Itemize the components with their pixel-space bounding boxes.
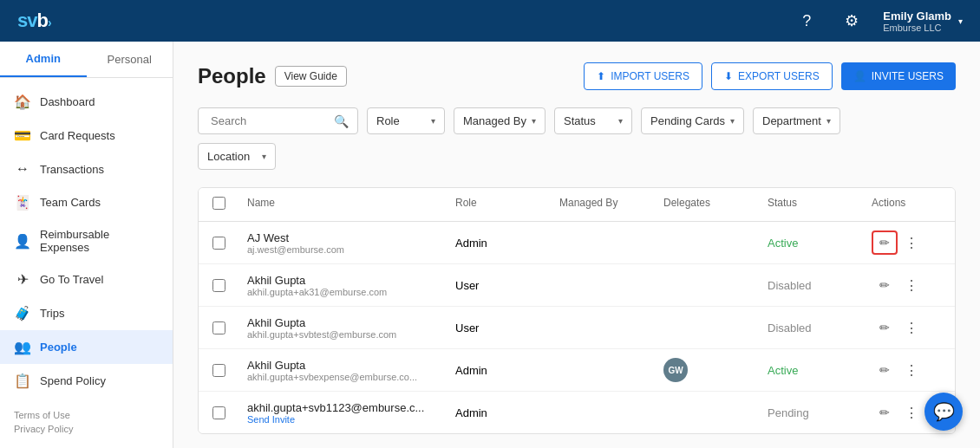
edit-button[interactable]: ✏ [872, 400, 898, 425]
pending-cards-arrow: ▾ [730, 116, 735, 126]
edit-icon: ✏ [879, 278, 890, 292]
user-name-cell: akhil.gupta+svb1123@emburse.c... Send In… [247, 401, 455, 425]
more-icon: ⋮ [905, 405, 918, 421]
more-actions-button[interactable]: ⋮ [901, 358, 922, 382]
team-cards-icon: 🃏 [14, 194, 31, 211]
search-icon: 🔍 [334, 114, 349, 128]
import-users-button[interactable]: ⬆ IMPORT USERS [584, 62, 702, 90]
import-icon: ⬆ [597, 70, 605, 82]
user-email: akhil.gupta+svbexpense@emburse.co... [247, 372, 455, 382]
more-actions-button[interactable]: ⋮ [901, 230, 922, 255]
table-row: AJ West aj.west@emburse.com Admin Active… [199, 222, 955, 264]
sidebar-item-dashboard[interactable]: 🏠 Dashboard [0, 85, 173, 119]
col-name: Name [247, 197, 455, 212]
more-actions-button[interactable]: ⋮ [901, 273, 922, 297]
user-full-name: akhil.gupta+svb1123@emburse.c... [247, 401, 455, 414]
help-button[interactable]: ? [793, 7, 820, 35]
sidebar-label-card-requests: Card Requests [40, 129, 115, 142]
svb-logo: svb› [17, 10, 51, 32]
edit-button[interactable]: ✏ [872, 273, 898, 297]
col-status: Status [768, 197, 872, 212]
location-filter[interactable]: Location ▾ [198, 143, 276, 170]
user-delegates: GW [663, 358, 768, 382]
nav-left: svb› [17, 10, 51, 32]
people-table: Name Role Managed By Delegates Status Ac… [198, 187, 956, 434]
edit-icon: ✏ [879, 363, 890, 377]
pending-cards-filter[interactable]: Pending Cards ▾ [641, 107, 744, 134]
more-icon: ⋮ [905, 277, 918, 294]
settings-button[interactable]: ⚙ [838, 7, 866, 35]
col-actions: Actions [872, 197, 941, 212]
status-filter[interactable]: Status ▾ [554, 107, 632, 134]
department-label: Department [762, 114, 821, 127]
user-menu[interactable]: Emily Glamb Emburse LLC ▾ [883, 10, 963, 33]
sidebar-item-people[interactable]: 👥 People [0, 330, 173, 364]
export-users-button[interactable]: ⬇ EXPORT USERS [711, 62, 833, 90]
sidebar-item-transactions[interactable]: ↔ Transactions [0, 153, 173, 185]
user-role: User [455, 279, 559, 292]
search-box[interactable]: 🔍 [198, 107, 358, 134]
sidebar-item-go-to-travel[interactable]: ✈ Go To Travel [0, 263, 173, 296]
sidebar-item-spend-policy[interactable]: 📋 Spend Policy [0, 364, 173, 398]
status-badge: Pending [768, 406, 872, 419]
settings-icon: ⚙ [845, 11, 859, 30]
send-invite-link[interactable]: Send Invite [247, 414, 455, 425]
select-all-checkbox[interactable] [212, 197, 225, 210]
chat-icon: 💬 [933, 401, 955, 422]
edit-button[interactable]: ✏ [872, 358, 898, 382]
status-badge: Active [768, 237, 872, 250]
managed-by-label: Managed By [463, 114, 526, 127]
status-label: Status [564, 114, 596, 127]
sidebar-item-team-cards[interactable]: 🃏 Team Cards [0, 185, 173, 219]
privacy-link[interactable]: Privacy Policy [14, 424, 159, 434]
table-header: Name Role Managed By Delegates Status Ac… [199, 188, 955, 222]
user-name: Emily Glamb [883, 10, 951, 23]
sidebar-item-reimbursable-expenses[interactable]: 👤 Reimbursable Expenses [0, 219, 173, 263]
row-checkbox[interactable] [212, 321, 225, 334]
sidebar-label-trips: Trips [40, 307, 64, 320]
terms-link[interactable]: Terms of Use [14, 410, 159, 420]
select-all-cell[interactable] [212, 197, 247, 212]
chat-fab[interactable]: 💬 [924, 393, 963, 431]
nav-right: ? ⚙ Emily Glamb Emburse LLC ▾ [793, 7, 963, 35]
user-role: User [455, 321, 559, 334]
more-actions-button[interactable]: ⋮ [901, 400, 922, 425]
user-email: akhil.gupta+svbtest@emburse.com [247, 329, 455, 340]
user-full-name: AJ West [247, 231, 455, 244]
tab-admin[interactable]: Admin [0, 42, 87, 77]
view-guide-button[interactable]: View Guide [275, 66, 347, 87]
actions-cell: ✏ ⋮ [872, 358, 941, 382]
pending-cards-label: Pending Cards [650, 114, 725, 127]
role-filter[interactable]: Role ▾ [367, 107, 445, 134]
col-role: Role [455, 197, 559, 212]
row-checkbox-cell [212, 364, 247, 377]
tab-personal[interactable]: Personal [87, 42, 173, 77]
col-delegates: Delegates [663, 197, 768, 212]
filters-row-1: 🔍 Role ▾ Managed By ▾ Status ▾ Pending C… [198, 107, 956, 134]
row-checkbox[interactable] [212, 364, 225, 377]
user-role: Admin [455, 364, 559, 377]
invite-users-button[interactable]: 👤 INVITE USERS [841, 62, 956, 90]
sidebar-footer: Terms of Use Privacy Policy [0, 399, 173, 448]
managed-by-arrow: ▾ [532, 116, 536, 126]
sidebar-item-trips[interactable]: 🧳 Trips [0, 296, 173, 330]
sidebar-item-card-requests[interactable]: 💳 Card Requests [0, 119, 173, 153]
page-title-area: People View Guide [198, 64, 347, 88]
sidebar-nav: 🏠 Dashboard 💳 Card Requests ↔ Transactio… [0, 78, 173, 399]
row-checkbox[interactable] [212, 279, 225, 292]
app-body: Admin Personal 🏠 Dashboard 💳 Card Reques… [0, 42, 980, 448]
user-role: Admin [455, 237, 559, 250]
more-actions-button[interactable]: ⋮ [901, 315, 922, 340]
more-icon: ⋮ [905, 362, 918, 379]
search-input[interactable] [207, 108, 334, 133]
department-filter[interactable]: Department ▾ [753, 107, 840, 134]
role-filter-arrow: ▾ [431, 116, 435, 126]
chevron-down-icon: ▾ [958, 16, 963, 26]
row-checkbox[interactable] [212, 406, 225, 419]
row-checkbox[interactable] [212, 237, 225, 250]
managed-by-filter[interactable]: Managed By ▾ [454, 107, 546, 134]
row-checkbox-cell [212, 279, 247, 292]
edit-button[interactable]: ✏ [872, 315, 898, 340]
status-badge: Disabled [768, 279, 872, 292]
edit-button[interactable]: ✏ [872, 230, 898, 255]
